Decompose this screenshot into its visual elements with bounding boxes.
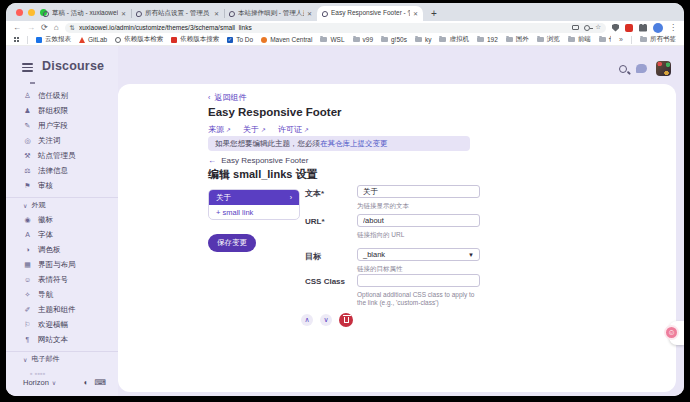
arrow-left-icon: ← bbox=[208, 156, 216, 165]
save-changes-button[interactable]: 保存变更 bbox=[208, 234, 256, 252]
sidebar-item[interactable]: ⚐ 欢迎横幅 bbox=[6, 317, 118, 332]
url-field-input[interactable] bbox=[357, 214, 480, 227]
extensions-puzzle-icon[interactable] bbox=[639, 24, 647, 32]
meta-link[interactable]: 关于 ↗ bbox=[243, 124, 266, 135]
bookmark-item[interactable]: v99 bbox=[353, 36, 373, 43]
sidebar-item[interactable]: ✧ 导航 bbox=[6, 287, 118, 302]
minimize-window-button[interactable] bbox=[28, 9, 35, 16]
bookmarks-overflow-icon[interactable]: » bbox=[619, 36, 623, 43]
tab-close-icon[interactable] bbox=[307, 10, 312, 17]
bookmark-item[interactable]: 依赖版本检索 bbox=[115, 35, 163, 44]
browser-tab[interactable]: 本站操作细则 - 管理人员 - 很.. bbox=[224, 6, 317, 21]
bookmark-favicon-icon bbox=[537, 37, 544, 42]
tab-close-icon[interactable] bbox=[413, 10, 418, 17]
nav-item-selected[interactable]: 关于 › bbox=[209, 190, 299, 205]
bookmark-item[interactable]: Maven Central bbox=[261, 36, 312, 43]
sidebar-item[interactable]: ✎ 用户字段 bbox=[6, 118, 118, 133]
caret-down-icon: ▼ bbox=[468, 252, 474, 258]
bookmark-item[interactable]: 代码 bbox=[599, 35, 611, 44]
tab-close-icon[interactable] bbox=[214, 10, 219, 17]
sidebar-item[interactable]: ◎ 关注词 bbox=[6, 133, 118, 148]
bookmark-item[interactable]: To Do bbox=[227, 36, 253, 43]
sidebar-item[interactable]: ¶ 网站文本 bbox=[6, 332, 118, 347]
user-avatar[interactable] bbox=[656, 61, 671, 76]
bookmark-item[interactable]: GitLab bbox=[79, 36, 107, 43]
sidebar-item-icon: A bbox=[23, 231, 32, 238]
tab-title: Easy Responsive Footer - 管.. bbox=[331, 9, 410, 18]
site-settings-icon[interactable]: ⇅ bbox=[70, 24, 75, 32]
sidebar-section-appearance[interactable]: ∨ 外观 bbox=[6, 197, 118, 212]
new-tab-button[interactable]: + bbox=[427, 6, 441, 20]
sidebar-item[interactable]: ⚑ 审核 bbox=[6, 178, 118, 193]
browser-menu-icon[interactable]: ⋮ bbox=[669, 23, 677, 32]
reload-icon[interactable]: ⟳ bbox=[41, 24, 48, 32]
move-up-button[interactable]: ∧ bbox=[301, 314, 313, 326]
search-icon[interactable] bbox=[619, 65, 627, 73]
keyboard-shortcuts-icon[interactable]: ⌨ bbox=[94, 378, 106, 387]
bookmark-item[interactable]: 国外 bbox=[506, 35, 529, 44]
password-key-icon[interactable] bbox=[584, 25, 590, 31]
sidebar-item[interactable]: ♟ 群组权限 bbox=[6, 103, 118, 118]
contrast-toggle-icon[interactable]: ◐ bbox=[84, 378, 89, 387]
sidebar-item-label: 网站文本 bbox=[38, 335, 68, 345]
bookmark-item[interactable]: g!50s bbox=[381, 36, 407, 43]
sidebar-section-email[interactable]: ∨ 电子邮件 bbox=[6, 351, 118, 366]
discourse-logo[interactable]: Discourse bbox=[42, 59, 104, 73]
all-bookmarks-button[interactable]: 所有书签 bbox=[640, 35, 676, 44]
sidebar-item[interactable]: ✐ 主题和组件 bbox=[6, 302, 118, 317]
browser-tab[interactable]: 所有站点设置 - 管理员 - 很.. bbox=[131, 6, 224, 21]
sidebar-item[interactable]: A 字体 bbox=[6, 227, 118, 242]
browser-tab[interactable]: Easy Responsive Footer - 管.. bbox=[317, 6, 423, 21]
bookmark-star-icon[interactable]: ☆ bbox=[595, 24, 601, 31]
chat-icon[interactable] bbox=[636, 64, 647, 73]
delete-item-button[interactable] bbox=[339, 313, 353, 327]
bookmark-item[interactable]: 浏览 bbox=[537, 35, 560, 44]
sidebar-item[interactable]: ⚒ 站点管理员 bbox=[6, 148, 118, 163]
meta-link-label: 关于 bbox=[243, 124, 259, 135]
back-to-components-link[interactable]: ‹ 返回组件 bbox=[208, 92, 247, 103]
bookmark-item[interactable]: WSL bbox=[320, 36, 344, 43]
sidebar-item-label: 表情符号 bbox=[38, 275, 68, 285]
bookmark-item[interactable]: ky bbox=[415, 36, 432, 43]
close-window-button[interactable] bbox=[16, 9, 23, 16]
main-content-card: ‹ 返回组件 Easy Responsive Footer 来源 ↗ 关于 ↗ bbox=[118, 84, 676, 392]
adblock-shield-icon[interactable] bbox=[612, 24, 619, 32]
back-to-components-label: 返回组件 bbox=[215, 93, 247, 102]
theme-switcher[interactable]: Horizon bbox=[23, 378, 49, 387]
send-to-device-icon[interactable] bbox=[572, 25, 579, 30]
url-text[interactable]: xuxiaowei.io/admin/customize/themes/3/sc… bbox=[79, 24, 568, 31]
back-icon[interactable]: ← bbox=[13, 24, 21, 32]
apps-grid-icon[interactable] bbox=[14, 37, 19, 42]
tab-close-icon[interactable] bbox=[121, 10, 126, 17]
banner-repo-link[interactable]: 在其仓库上提交变更 bbox=[320, 139, 388, 149]
sidebar-item[interactable]: ⚖ 法律信息 bbox=[6, 163, 118, 178]
browser-tab[interactable]: 草稿 - 活动 - xuxiaowei - 很.. bbox=[38, 6, 131, 21]
text-field-input[interactable] bbox=[357, 185, 480, 198]
bookmark-item[interactable]: 192 bbox=[477, 36, 498, 43]
bookmark-label: 192 bbox=[487, 36, 498, 43]
meta-link[interactable]: 许可证 ↗ bbox=[278, 124, 309, 135]
red-extension-icon[interactable] bbox=[625, 24, 633, 32]
bookmark-item[interactable]: 前端 bbox=[568, 35, 591, 44]
css-class-field-input[interactable] bbox=[357, 274, 480, 287]
move-down-button[interactable]: ∨ bbox=[320, 314, 332, 326]
bookmark-item[interactable]: 虚拟机 bbox=[439, 35, 469, 44]
sidebar-item[interactable]: ♙ 信任级别 bbox=[6, 88, 118, 103]
bookmark-item[interactable]: 云效报表 bbox=[36, 35, 71, 44]
sidebar-item[interactable]: ◉ 徽标 bbox=[6, 212, 118, 227]
sidebar-item[interactable]: ▦ 界面与布局 bbox=[6, 257, 118, 272]
forward-icon[interactable]: → bbox=[27, 24, 35, 32]
address-bar[interactable]: ⇅ xuxiaowei.io/admin/customize/themes/3/… bbox=[65, 23, 606, 33]
browser-profile-avatar[interactable] bbox=[653, 23, 663, 33]
theme-meta-links: 来源 ↗ 关于 ↗ 许可证 ↗ bbox=[208, 124, 309, 135]
target-select[interactable]: _blank ▼ bbox=[357, 248, 480, 261]
sidebar-item[interactable]: ☺ 表情符号 bbox=[6, 272, 118, 287]
add-small-link-button[interactable]: + small link bbox=[209, 205, 299, 219]
home-icon[interactable]: ⌂ bbox=[54, 24, 59, 32]
bookmark-item[interactable]: 依赖版本搜索 bbox=[171, 35, 219, 44]
floating-widget-button[interactable]: ☺ bbox=[664, 325, 679, 340]
sidebar-item[interactable]: ◑ 调色板 bbox=[6, 242, 118, 257]
back-to-theme-link[interactable]: ← Easy Responsive Footer bbox=[208, 156, 308, 165]
hamburger-menu-icon[interactable] bbox=[22, 63, 33, 72]
meta-link[interactable]: 来源 ↗ bbox=[208, 124, 231, 135]
